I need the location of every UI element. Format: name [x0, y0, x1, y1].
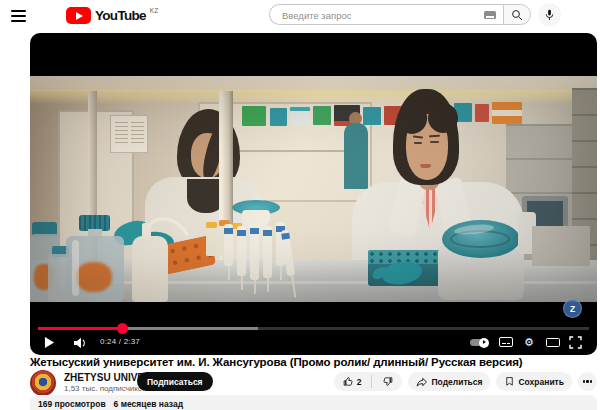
settings-gear-icon[interactable]: ⚙	[522, 334, 536, 350]
youtube-logo[interactable]: YouTube KZ	[66, 6, 158, 25]
like-dislike-pill: 2	[334, 372, 403, 391]
scene-overhead-shelf	[30, 76, 597, 91]
channel-watermark[interactable]: Z	[563, 299, 582, 318]
fullscreen-brackets	[569, 336, 582, 349]
scene-wall-poster	[110, 115, 148, 153]
like-count: 2	[357, 377, 362, 387]
scene-pipette-carousel	[220, 194, 300, 302]
share-icon	[416, 376, 428, 388]
scene-vial	[206, 228, 217, 256]
youtube-watch-page: YouTube KZ	[0, 0, 600, 410]
channel-avatar[interactable]	[30, 370, 56, 396]
scene-box-teal	[363, 107, 381, 125]
save-button[interactable]: Сохранить	[496, 372, 572, 391]
right-scientist-eye	[414, 142, 422, 144]
thumbs-down-icon	[382, 376, 393, 387]
played-bar	[38, 327, 122, 330]
bookmark-icon	[504, 376, 515, 387]
voice-search-button[interactable]	[538, 3, 561, 26]
microphone-icon	[544, 9, 555, 21]
scrubber-handle[interactable]	[117, 323, 128, 334]
scene-box-red	[475, 104, 489, 122]
scene-bottle-highlight	[72, 240, 79, 296]
search-box	[269, 4, 503, 25]
scene-box-green	[242, 106, 266, 126]
upload-age: 6 месяцев назад	[114, 399, 183, 409]
play-icon	[44, 336, 55, 349]
subscribe-button[interactable]: Подписаться	[137, 372, 213, 391]
search-button[interactable]	[503, 4, 531, 25]
region-label: KZ	[150, 7, 158, 14]
fullscreen-icon[interactable]	[569, 336, 582, 349]
share-button[interactable]: Поделиться	[408, 372, 490, 391]
play-button[interactable]	[42, 335, 56, 350]
like-button[interactable]: 2	[334, 372, 369, 391]
view-count: 169 просмотров	[38, 399, 106, 409]
scene-box-teal	[270, 108, 287, 126]
menu-icon[interactable]	[11, 8, 29, 24]
scene-box-white	[290, 107, 310, 125]
scene-wash-bottle-straw	[135, 206, 195, 246]
search-icon	[511, 9, 523, 21]
keyboard-icon[interactable]	[484, 11, 496, 19]
scene-background-person	[344, 123, 368, 189]
youtube-play-icon	[66, 7, 91, 24]
autoplay-toggle[interactable]	[469, 338, 489, 347]
pipette	[237, 226, 246, 276]
scene-box-green	[313, 106, 331, 125]
subtitles-icon[interactable]	[499, 337, 513, 347]
description-meta: 169 просмотров 6 месяцев назад	[38, 399, 183, 409]
video-frame-lab-scene	[30, 76, 597, 302]
theater-mode-icon[interactable]	[546, 338, 560, 347]
pill-divider	[371, 375, 372, 388]
youtube-logo-text: YouTube	[95, 6, 146, 25]
more-dots-icon	[583, 380, 585, 382]
scene-bottle-label	[76, 262, 112, 292]
right-scientist-lips	[420, 164, 431, 168]
poster-text-lines	[131, 122, 144, 146]
top-navigation-bar: YouTube KZ	[0, 0, 600, 32]
volume-icon	[73, 337, 87, 349]
dislike-button[interactable]	[375, 372, 402, 391]
scene-vial-cap	[206, 222, 217, 228]
more-actions-button[interactable]	[578, 372, 597, 391]
search-input[interactable]	[280, 6, 474, 25]
thumbs-up-icon	[343, 376, 354, 387]
pipette	[224, 224, 233, 266]
pipette	[281, 230, 295, 277]
progress-bar[interactable]	[38, 327, 589, 330]
video-player[interactable]: Z 0:24 / 2:37 ⚙	[30, 33, 597, 355]
video-actions: 2 Поделиться Сохранить	[334, 372, 597, 391]
time-display: 0:24 / 2:37	[100, 337, 140, 346]
scene-box-orange	[492, 102, 522, 124]
volume-button[interactable]	[72, 336, 88, 349]
save-label: Сохранить	[518, 377, 564, 387]
subscriber-count: 1,53 тыс. подписчиков	[64, 384, 147, 393]
subscribe-label: Подписаться	[147, 377, 203, 387]
autoplay-knob	[479, 338, 489, 348]
right-scientist-eye	[430, 141, 439, 143]
scene-gray-instrument	[532, 226, 590, 266]
video-title: Жетысуский университет им. И. Жансугуров…	[30, 356, 590, 368]
share-label: Поделиться	[431, 377, 482, 387]
pipette	[263, 226, 272, 278]
player-controls: 0:24 / 2:37 ⚙	[38, 334, 589, 351]
description-box[interactable]: 169 просмотров 6 месяцев назад	[30, 395, 597, 410]
poster-text-lines	[115, 122, 128, 146]
pipette	[250, 224, 259, 280]
